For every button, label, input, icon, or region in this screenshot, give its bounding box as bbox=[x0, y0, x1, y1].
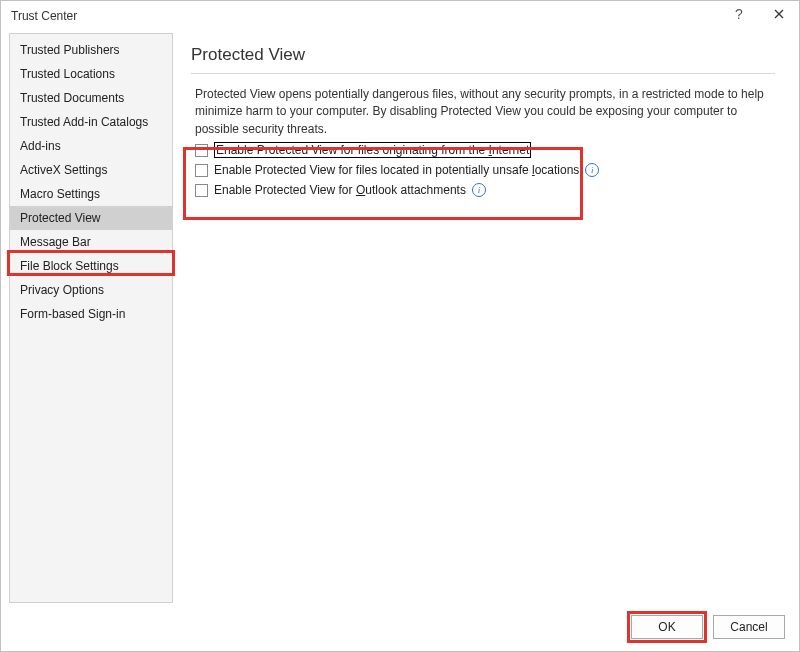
checkbox-label-0[interactable]: Enable Protected View for files originat… bbox=[214, 143, 531, 157]
sidebar-item-form-based-sign-in[interactable]: Form-based Sign-in bbox=[10, 302, 172, 326]
titlebar-buttons: ? bbox=[719, 1, 799, 27]
main-panel: Protected View Protected View opens pote… bbox=[173, 33, 791, 603]
dialog-button-row: OK Cancel bbox=[631, 615, 785, 639]
checkbox-row-0: Enable Protected View for files originat… bbox=[191, 140, 775, 160]
checkbox-row-1: Enable Protected View for files located … bbox=[191, 160, 775, 180]
checkbox-1[interactable] bbox=[195, 164, 208, 177]
info-icon[interactable]: i bbox=[472, 183, 486, 197]
section-description: Protected View opens potentially dangero… bbox=[191, 84, 775, 138]
section-title: Protected View bbox=[191, 45, 775, 74]
window-title: Trust Center bbox=[11, 9, 77, 23]
titlebar: Trust Center bbox=[1, 1, 799, 31]
checkbox-0[interactable] bbox=[195, 144, 208, 157]
sidebar-item-privacy-options[interactable]: Privacy Options bbox=[10, 278, 172, 302]
close-button[interactable] bbox=[759, 1, 799, 27]
sidebar-item-trusted-locations[interactable]: Trusted Locations bbox=[10, 62, 172, 86]
sidebar: Trusted PublishersTrusted LocationsTrust… bbox=[9, 33, 173, 603]
sidebar-item-file-block-settings[interactable]: File Block Settings bbox=[10, 254, 172, 278]
checkbox-2[interactable] bbox=[195, 184, 208, 197]
sidebar-item-macro-settings[interactable]: Macro Settings bbox=[10, 182, 172, 206]
sidebar-item-trusted-add-in-catalogs[interactable]: Trusted Add-in Catalogs bbox=[10, 110, 172, 134]
checkbox-label-2[interactable]: Enable Protected View for Outlook attach… bbox=[214, 183, 466, 197]
sidebar-item-activex-settings[interactable]: ActiveX Settings bbox=[10, 158, 172, 182]
help-button[interactable]: ? bbox=[719, 1, 759, 27]
checkbox-label-1[interactable]: Enable Protected View for files located … bbox=[214, 163, 579, 177]
sidebar-item-add-ins[interactable]: Add-ins bbox=[10, 134, 172, 158]
checkbox-area: Enable Protected View for files originat… bbox=[191, 140, 775, 200]
ok-button[interactable]: OK bbox=[631, 615, 703, 639]
cancel-button[interactable]: Cancel bbox=[713, 615, 785, 639]
sidebar-item-message-bar[interactable]: Message Bar bbox=[10, 230, 172, 254]
sidebar-item-trusted-publishers[interactable]: Trusted Publishers bbox=[10, 38, 172, 62]
close-icon bbox=[774, 9, 784, 19]
sidebar-item-protected-view[interactable]: Protected View bbox=[10, 206, 172, 230]
checkbox-row-2: Enable Protected View for Outlook attach… bbox=[191, 180, 775, 200]
sidebar-item-trusted-documents[interactable]: Trusted Documents bbox=[10, 86, 172, 110]
info-icon[interactable]: i bbox=[585, 163, 599, 177]
